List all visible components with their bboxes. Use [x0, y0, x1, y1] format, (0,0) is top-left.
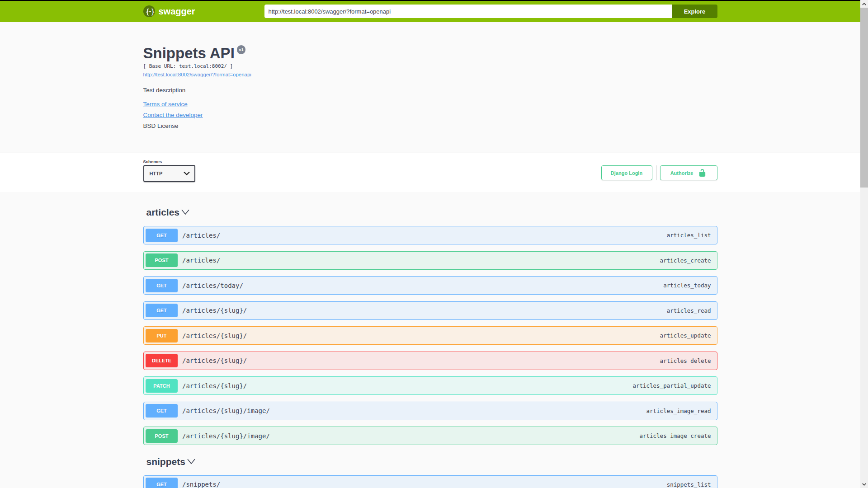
info-block: Snippets APIv1 [ Base URL: test.local:80…: [143, 22, 717, 129]
endpoint-path: /articles/{slug}/image/: [182, 407, 270, 414]
contact-developer-link[interactable]: Contact the developer: [143, 112, 203, 118]
scrollbar-thumb[interactable]: [860, 8, 868, 188]
opblock-summary[interactable]: GET /articles/today/ articles_today: [146, 279, 711, 292]
http-method-badge: PATCH: [146, 379, 178, 393]
tag-section-snippets: snippets GET /snippets/ snippets_list: [143, 452, 717, 488]
window-top-border: [0, 0, 860, 1]
brand-name: swagger: [159, 6, 195, 17]
auth-wrapper: Django Login Authorize: [601, 165, 717, 180]
http-method-badge: GET: [146, 279, 178, 292]
http-method-badge: POST: [146, 253, 178, 267]
license-label: BSD License: [143, 122, 717, 129]
spec-link[interactable]: http://test.local:8002/swagger/?format=o…: [143, 72, 251, 77]
operation-id: articles_create: [660, 257, 711, 264]
chevron-down-icon: [181, 209, 189, 215]
endpoint-path: /articles/today/: [182, 282, 243, 289]
endpoint-path: /articles/{slug}/: [182, 357, 247, 364]
http-method-badge: POST: [146, 429, 178, 443]
tag-header[interactable]: snippets: [143, 452, 717, 473]
opblock-row: GET /articles/ articles_list: [143, 226, 717, 244]
info-section: Snippets APIv1 [ Base URL: test.local:80…: [0, 22, 860, 153]
tag-title: snippets: [146, 456, 185, 467]
operation-id: articles_today: [663, 282, 711, 289]
unlock-icon: [698, 169, 707, 177]
download-url-form: Explore: [264, 5, 717, 18]
scrollbar-down-button[interactable]: [860, 480, 868, 488]
svg-text:}: }: [151, 7, 155, 16]
opblock-summary[interactable]: PATCH /articles/{slug}/ articles_partial…: [146, 379, 711, 393]
operations-section: articles GET /articles/ articles_list PO…: [0, 192, 860, 488]
opblock-row: GET /snippets/ snippets_list: [143, 475, 717, 488]
operations-wrapper: articles GET /articles/ articles_list PO…: [143, 202, 717, 488]
scrollbar-up-button[interactable]: [860, 0, 868, 8]
scheme-select[interactable]: HTTP: [143, 165, 195, 182]
scheme-container: Schemes HTTP Django Login Authorize: [0, 153, 860, 192]
opblock-summary[interactable]: PUT /articles/{slug}/ articles_update: [146, 329, 711, 343]
endpoint-path: /articles/{slug}/image/: [182, 432, 270, 440]
http-method-badge: PUT: [146, 329, 178, 343]
opblock-row: POST /articles/{slug}/image/ articles_im…: [143, 427, 717, 445]
http-method-badge: DELETE: [146, 354, 178, 367]
version-badge: v1: [237, 45, 246, 54]
schemes-label: Schemes: [143, 159, 195, 164]
http-method-badge: GET: [146, 229, 178, 242]
opblock-row: DELETE /articles/{slug}/ articles_delete: [143, 352, 717, 370]
chevron-down-icon: [184, 172, 190, 175]
tag-title: articles: [146, 206, 180, 218]
tag-header[interactable]: articles: [143, 202, 717, 223]
opblock-row: POST /articles/ articles_create: [143, 251, 717, 270]
operation-id: articles_list: [667, 232, 711, 239]
tag-section-articles: articles GET /articles/ articles_list PO…: [143, 202, 717, 445]
topbar: { } swagger Explore: [0, 1, 860, 22]
endpoint-path: /articles/: [182, 232, 220, 239]
swagger-braces-icon: { }: [143, 5, 155, 17]
scheme-selected-value: HTTP: [150, 171, 163, 176]
endpoint-path: /snippets/: [182, 481, 220, 488]
tag-rows: GET /snippets/ snippets_list: [143, 475, 717, 488]
scheme-wrapper: Schemes HTTP Django Login Authorize: [143, 153, 717, 192]
chevron-down-icon: [187, 459, 195, 465]
operation-id: articles_delete: [660, 357, 711, 364]
title-row: Snippets APIv1: [143, 46, 717, 61]
auth-divider: [656, 165, 656, 180]
opblock-summary[interactable]: POST /articles/{slug}/image/ articles_im…: [146, 429, 711, 443]
operation-id: articles_image_read: [646, 408, 711, 414]
opblock-summary[interactable]: POST /articles/ articles_create: [146, 253, 711, 267]
opblock-summary[interactable]: DELETE /articles/{slug}/ articles_delete: [146, 354, 711, 367]
swagger-logo[interactable]: { } swagger: [143, 1, 195, 22]
opblock-row: GET /articles/today/ articles_today: [143, 276, 717, 295]
endpoint-path: /articles/{slug}/: [182, 382, 247, 389]
swagger-ui-page: { } swagger Explore Snippets APIv1 [ Bas…: [0, 0, 860, 488]
operation-id: articles_partial_update: [632, 382, 711, 389]
opblock-row: GET /articles/{slug}/ articles_read: [143, 301, 717, 320]
spec-url-input[interactable]: [264, 5, 672, 18]
endpoint-path: /articles/{slug}/: [182, 332, 247, 339]
authorize-button[interactable]: Authorize: [660, 165, 717, 180]
http-method-badge: GET: [146, 404, 178, 418]
explore-button[interactable]: Explore: [672, 5, 717, 18]
api-description: Test description: [143, 87, 717, 94]
api-title: Snippets APIv1: [143, 46, 246, 61]
endpoint-path: /articles/{slug}/: [182, 307, 247, 314]
http-method-badge: GET: [146, 304, 178, 317]
opblock-row: PATCH /articles/{slug}/ articles_partial…: [143, 376, 717, 395]
operation-id: articles_read: [667, 307, 711, 314]
opblock-row: GET /articles/{slug}/image/ articles_ima…: [143, 402, 717, 420]
scrollbar[interactable]: [860, 0, 868, 488]
tag-rows: GET /articles/ articles_list POST /artic…: [143, 226, 717, 445]
endpoint-path: /articles/: [182, 257, 220, 264]
operation-id: articles_image_create: [639, 432, 711, 439]
http-method-badge: GET: [146, 478, 178, 488]
terms-of-service-link[interactable]: Terms of service: [143, 101, 188, 108]
opblock-summary[interactable]: GET /articles/{slug}/image/ articles_ima…: [146, 404, 711, 418]
topbar-wrapper: { } swagger Explore: [143, 1, 717, 22]
base-url: [ Base URL: test.local:8002/ ]: [143, 63, 717, 69]
info-wrapper: Snippets APIv1 [ Base URL: test.local:80…: [143, 22, 717, 129]
operation-id: snippets_list: [667, 481, 711, 488]
opblock-row: PUT /articles/{slug}/ articles_update: [143, 326, 717, 345]
opblock-summary[interactable]: GET /articles/{slug}/ articles_read: [146, 304, 711, 317]
django-login-button[interactable]: Django Login: [601, 165, 652, 180]
opblock-summary[interactable]: GET /articles/ articles_list: [146, 229, 711, 242]
opblock-summary[interactable]: GET /snippets/ snippets_list: [146, 478, 711, 488]
operation-id: articles_update: [660, 332, 711, 339]
